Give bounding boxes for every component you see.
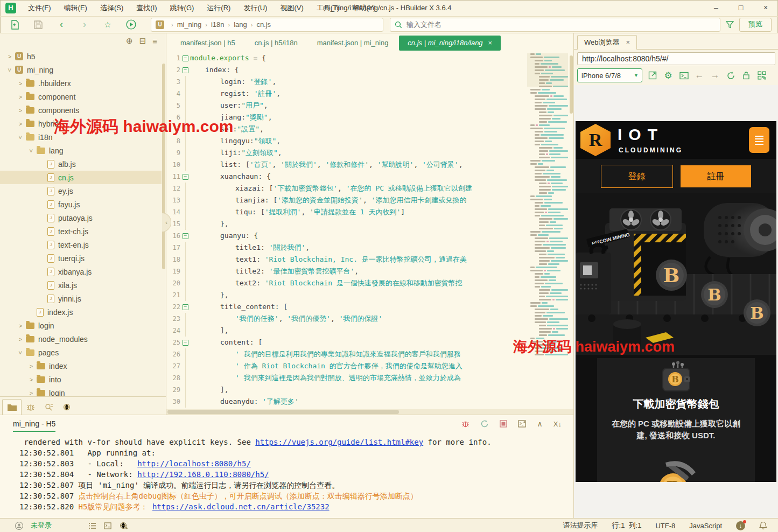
tree-item-xibanya.js[interactable]: Jxibanya.js: [0, 265, 162, 278]
fold-marker[interactable]: [180, 325, 190, 337]
nav-forward-icon[interactable]: →: [710, 70, 720, 81]
breadcrumb-item[interactable]: i18n: [211, 20, 225, 29]
fold-marker[interactable]: [180, 76, 190, 88]
device-selector[interactable]: iPhone 6/7/8▼: [577, 68, 642, 82]
code-line-5[interactable]: 5user:"用戶",: [166, 100, 573, 111]
tree-item-h5[interactable]: >Uh5: [0, 50, 162, 63]
code-line-11[interactable]: 11–xuanchaun: {: [166, 171, 573, 183]
code-line-16[interactable]: 16–guanyu: {: [166, 230, 573, 242]
filter-funnel-icon[interactable]: [726, 20, 734, 29]
expand-arrow-icon[interactable]: >: [16, 121, 25, 127]
code-line-13[interactable]: 13tianjia: ['添加您的資金並開始投資', '添加您用信用卡創建或兌換…: [166, 194, 573, 206]
code-line-25[interactable]: 25–content: [: [166, 337, 573, 348]
fold-collapse-icon[interactable]: –: [183, 174, 188, 180]
code-line-30[interactable]: 30dueanydu: '了解更多': [166, 396, 573, 408]
menu-item-视图V[interactable]: 视图(V): [274, 0, 310, 16]
qrcode-icon[interactable]: [756, 70, 767, 81]
new-console-icon[interactable]: [518, 420, 527, 428]
menu-item-编辑E[interactable]: 编辑(E): [58, 0, 94, 16]
fold-marker[interactable]: [180, 194, 190, 206]
fold-marker[interactable]: [180, 88, 190, 100]
fold-collapse-icon[interactable]: –: [183, 340, 188, 346]
open-external-icon[interactable]: [647, 70, 658, 81]
close-button[interactable]: ×: [753, 0, 778, 16]
tree-item-component[interactable]: >component: [0, 90, 162, 103]
fold-marker[interactable]: –: [180, 171, 190, 183]
tab-close-icon[interactable]: ×: [488, 39, 493, 47]
save-icon[interactable]: [30, 18, 46, 31]
preview-button[interactable]: 预览: [739, 18, 772, 32]
code-line-21[interactable]: 21},: [166, 289, 573, 301]
lock-icon[interactable]: [741, 70, 752, 81]
fold-marker[interactable]: [180, 277, 190, 289]
fold-collapse-icon[interactable]: –: [183, 67, 188, 73]
login-button[interactable]: 登錄: [601, 165, 673, 188]
fold-collapse-icon[interactable]: –: [183, 304, 188, 310]
file-search-box[interactable]: [390, 18, 720, 32]
expand-arrow-icon[interactable]: >: [17, 133, 24, 142]
tab-project-explorer[interactable]: [2, 399, 22, 415]
tree-item-mi_ning[interactable]: >Umi_ning: [0, 63, 162, 76]
code-line-26[interactable]: 26' 我們的目標是利用我們的專業知識和知識來造福我們的客戶和我們服務: [166, 348, 573, 360]
editor-horizontal-scrollbar[interactable]: [166, 409, 573, 415]
code-line-10[interactable]: 10list: ['首頁', '關於我們', '條款和條件', '幫助說明', …: [166, 159, 573, 171]
fold-marker[interactable]: [180, 396, 190, 408]
expand-arrow-icon[interactable]: >: [17, 348, 24, 357]
menu-item-发行U[interactable]: 发行(U): [237, 0, 274, 16]
hamburger-menu-button[interactable]: [749, 127, 769, 153]
menu-item-查找I[interactable]: 查找(I): [130, 0, 163, 16]
tree-item-ey.js[interactable]: Jey.js: [0, 184, 162, 198]
fold-marker[interactable]: –: [180, 52, 190, 64]
code-line-12[interactable]: 12xiazai: ['下載加密貨幣錢包', '在您的 PC 或移動設備上獲取它…: [166, 183, 573, 194]
menu-item-选择S[interactable]: 选择(S): [94, 0, 130, 16]
fold-marker[interactable]: [180, 159, 190, 171]
tree-item-xila.js[interactable]: Jxila.js: [0, 278, 162, 292]
code-area[interactable]: 1–module.exports = {2–index: {3login: '登…: [166, 52, 573, 409]
editor-tab[interactable]: manifest.json | mi_ning: [309, 36, 397, 51]
breadcrumb-item[interactable]: mi_ning: [177, 20, 202, 29]
debug-bug-icon[interactable]: [461, 420, 469, 428]
expand-arrow-icon[interactable]: >: [27, 363, 36, 369]
browser-tab-close-icon[interactable]: ×: [626, 38, 630, 46]
code-line-20[interactable]: 20text2: 'Riot Blockchain 是一個快速發展的在線和移動加…: [166, 277, 573, 289]
tab-plugins-globe-icon[interactable]: [58, 400, 76, 415]
fold-marker[interactable]: –: [180, 337, 190, 348]
tree-item-login[interactable]: >login: [0, 386, 162, 396]
expand-arrow-icon[interactable]: >: [28, 146, 34, 155]
expand-arrow-icon[interactable]: >: [16, 336, 25, 342]
fold-marker[interactable]: [180, 147, 190, 159]
fold-marker[interactable]: [180, 206, 190, 218]
expand-arrow-icon[interactable]: >: [16, 107, 25, 114]
tree-item-pages[interactable]: >pages: [0, 346, 162, 359]
code-line-27[interactable]: 27' 作為 Riot Blockchain 的官方合作夥伴，我們的使命是幫助您…: [166, 360, 573, 372]
code-line-2[interactable]: 2–index: {: [166, 64, 573, 76]
tree-item-cn.js[interactable]: Jcn.js: [0, 171, 162, 184]
maximize-button[interactable]: □: [728, 0, 753, 16]
expand-arrow-icon[interactable]: >: [27, 376, 36, 383]
devtools-console-icon[interactable]: [678, 70, 689, 81]
menu-item-运行R[interactable]: 运行(R): [200, 0, 237, 16]
editor-tab[interactable]: manifest.json | h5: [172, 36, 244, 51]
user-avatar-icon[interactable]: [15, 522, 23, 530]
tree-item-node_modules[interactable]: >node_modules: [0, 332, 162, 346]
tree-item-alb.js[interactable]: Jalb.js: [0, 157, 162, 171]
settings-gear-icon[interactable]: ⚙: [663, 70, 674, 81]
fold-marker[interactable]: [180, 242, 190, 254]
web-globe-icon[interactable]: [120, 522, 128, 529]
editor-vertical-scrollbar[interactable]: [570, 55, 573, 114]
tree-item-yinni.js[interactable]: Jyinni.js: [0, 292, 162, 305]
code-line-17[interactable]: 17title1: '關於我們',: [166, 242, 573, 254]
new-file-icon[interactable]: [7, 18, 23, 31]
fold-marker[interactable]: [180, 218, 190, 230]
refresh-icon[interactable]: [725, 70, 736, 81]
expand-arrow-icon[interactable]: >: [16, 323, 25, 329]
code-line-4[interactable]: 4regist: '註冊',: [166, 88, 573, 100]
expand-arrow-icon[interactable]: >: [6, 66, 13, 74]
tab-search-icon[interactable]: [40, 400, 58, 415]
url-bar[interactable]: http://localhost:8080/h5/#/: [577, 52, 775, 65]
tree-item-components[interactable]: >components: [0, 103, 162, 117]
tree-item-into[interactable]: >into: [0, 373, 162, 386]
fold-marker[interactable]: [180, 265, 190, 277]
tree-item-.hbuilderx[interactable]: >.hbuilderx: [0, 76, 162, 90]
code-line-14[interactable]: 14tiqu: ['提取利潤', '申請提款並在 1 天內收到']: [166, 206, 573, 218]
